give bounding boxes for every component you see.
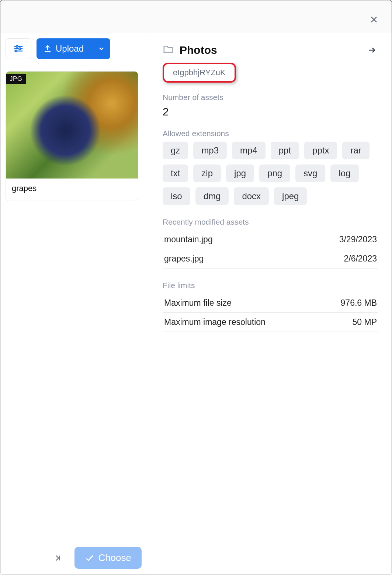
chevron-down-icon	[98, 45, 105, 52]
extension-tag: zip	[193, 164, 221, 182]
extensions-label: Allowed extensions	[163, 129, 378, 138]
assets-count-value: 2	[163, 105, 378, 118]
sliders-icon	[13, 43, 24, 54]
extensions-list: gzmp3mp4pptpptxrartxtzipjpgpngsvglogisod…	[163, 142, 378, 205]
upload-group: Upload	[37, 38, 110, 59]
upload-button[interactable]: Upload	[37, 38, 92, 59]
folder-id-highlight[interactable]: eIgpbhjRYZuK	[163, 63, 236, 83]
recent-row: grapes.jpg2/6/2023	[163, 249, 378, 269]
topbar	[0, 0, 392, 11]
upload-label: Upload	[56, 44, 84, 54]
extension-tag: iso	[163, 187, 190, 205]
left-pane: Upload JPG grapes	[0, 33, 149, 575]
extension-tag: jpeg	[274, 187, 307, 205]
extension-tag: log	[330, 164, 358, 182]
svg-point-3	[16, 45, 18, 47]
recent-list: mountain.jpg3/29/2023grapes.jpg2/6/2023	[163, 230, 378, 269]
recent-asset-name: grapes.jpg	[164, 254, 204, 264]
upload-more-button[interactable]	[92, 38, 110, 59]
extension-tag: pptx	[304, 142, 337, 159]
recent-label: Recently modified assets	[163, 218, 378, 226]
details-title-wrap: Photos	[163, 44, 217, 56]
extension-tag: jpg	[226, 164, 254, 182]
folder-icon	[163, 44, 174, 56]
limit-row: Maximum image resolution50 MP	[163, 313, 378, 332]
choose-label: Choose	[98, 552, 131, 564]
extension-tag: rar	[342, 142, 369, 159]
extension-tag: ppt	[271, 142, 299, 159]
svg-point-5	[19, 48, 21, 50]
extension-tag: mp3	[193, 142, 227, 159]
filter-button[interactable]	[6, 38, 31, 59]
thumbnail-area: JPG grapes	[0, 66, 149, 541]
svg-point-7	[15, 50, 17, 52]
limits-list: Maximum file size976.6 MBMaximum image r…	[163, 294, 378, 332]
extension-tag: mp4	[232, 142, 266, 159]
check-icon	[85, 553, 94, 563]
recent-row: mountain.jpg3/29/2023	[163, 230, 378, 249]
limit-value: 976.6 MB	[341, 298, 377, 308]
body: Upload JPG grapes	[0, 33, 392, 575]
limit-row: Maximum file size976.6 MB	[163, 294, 378, 313]
skip-to-end-button[interactable]	[49, 549, 67, 567]
asset-card[interactable]: JPG grapes	[6, 71, 138, 201]
recent-asset-name: mountain.jpg	[164, 235, 213, 245]
limit-value: 50 MP	[353, 317, 377, 327]
extension-tag: png	[259, 164, 290, 182]
details-title: Photos	[180, 44, 217, 56]
limit-name: Maximum image resolution	[164, 317, 266, 327]
recent-asset-date: 3/29/2023	[339, 235, 377, 245]
limit-name: Maximum file size	[164, 298, 232, 308]
modal: Upload JPG grapes	[0, 0, 392, 575]
extension-tag: txt	[163, 164, 188, 182]
close-icon	[370, 15, 378, 24]
upload-icon	[43, 44, 52, 53]
skip-end-icon	[54, 554, 62, 562]
arrow-right-icon	[367, 46, 376, 55]
extension-tag: docx	[234, 187, 269, 205]
left-footer: Choose	[0, 541, 149, 575]
asset-thumbnail: JPG	[6, 72, 138, 179]
file-type-badge: JPG	[6, 74, 26, 84]
details-header: Photos	[163, 44, 378, 57]
extension-tag: svg	[295, 164, 325, 182]
extension-tag: dmg	[195, 187, 229, 205]
left-toolbar: Upload	[0, 33, 149, 66]
extension-tag: gz	[163, 142, 188, 159]
details-pane: Photos eIgpbhjRYZuK Number of assets 2 A…	[149, 33, 392, 575]
open-folder-button[interactable]	[365, 44, 378, 57]
limits-label: File limits	[163, 281, 378, 290]
recent-asset-date: 2/6/2023	[344, 254, 377, 264]
assets-count-label: Number of assets	[163, 93, 378, 102]
choose-button[interactable]: Choose	[74, 547, 142, 569]
close-button[interactable]	[367, 12, 381, 27]
asset-caption: grapes	[6, 179, 138, 201]
